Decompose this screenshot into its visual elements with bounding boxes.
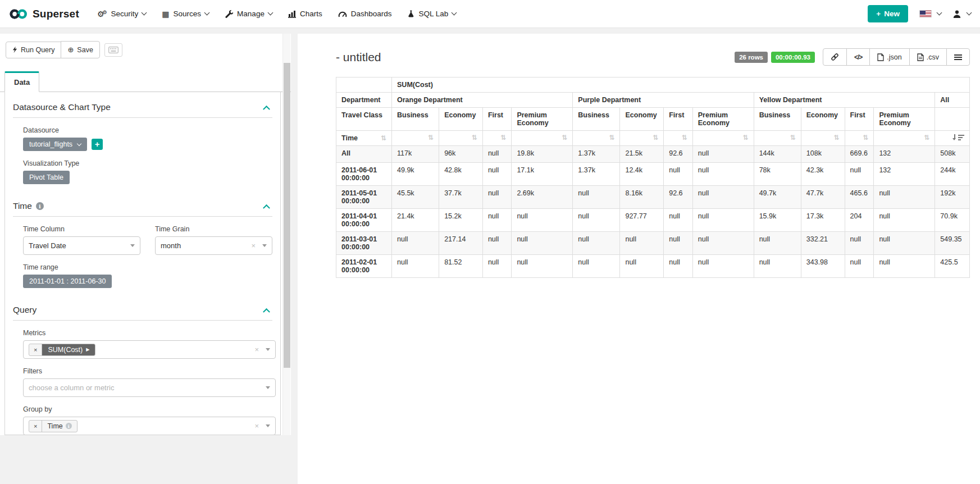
column-sort-cell[interactable]: ⇅ bbox=[439, 131, 483, 146]
pivot-value-cell: null bbox=[845, 232, 874, 255]
language-selector[interactable] bbox=[919, 10, 941, 17]
sort-amount-desc-icon[interactable] bbox=[953, 134, 964, 140]
chevron-up-icon bbox=[263, 204, 270, 211]
sort-icon[interactable]: ⇅ bbox=[924, 134, 929, 141]
pivot-value-cell: 92.6 bbox=[664, 186, 693, 209]
column-sort-cell[interactable]: ⇅ bbox=[573, 131, 620, 146]
pivot-value-cell: null bbox=[664, 209, 693, 232]
plus-circle-icon: ⊕ bbox=[67, 45, 74, 54]
travel-class-cell: Premium Economy bbox=[512, 108, 573, 131]
remove-metric-button[interactable]: × bbox=[29, 344, 42, 355]
column-sort-cell[interactable]: ⇅ bbox=[392, 131, 439, 146]
remove-groupby-button[interactable]: × bbox=[29, 421, 42, 432]
chevron-down-icon[interactable] bbox=[130, 244, 135, 247]
all-column-sort-cell[interactable] bbox=[935, 131, 970, 146]
cogs-icon: ⚙⚙ bbox=[97, 10, 107, 18]
add-datasource-button[interactable]: + bbox=[92, 139, 103, 150]
pivot-value-cell: null bbox=[874, 209, 935, 232]
clear-icon[interactable]: × bbox=[251, 242, 256, 249]
section-header-time[interactable]: Time i bbox=[13, 201, 272, 217]
chevron-down-icon[interactable] bbox=[266, 424, 270, 427]
pivot-value-cell: 78k bbox=[754, 163, 801, 186]
time-column-select[interactable]: Travel Date bbox=[23, 236, 140, 255]
column-sort-cell[interactable]: ⇅ bbox=[664, 131, 693, 146]
section-header-query[interactable]: Query bbox=[13, 305, 272, 321]
sort-icon[interactable]: ⇅ bbox=[682, 134, 687, 141]
tab-data[interactable]: Data bbox=[4, 71, 39, 92]
sort-icon[interactable]: ⇅ bbox=[381, 135, 386, 141]
sort-icon[interactable]: ⇅ bbox=[500, 134, 506, 141]
link-icon bbox=[831, 53, 839, 61]
left-pane-scrollbar[interactable] bbox=[282, 34, 290, 435]
pivot-value-cell: null bbox=[692, 186, 754, 209]
row-count-badge: 26 rows bbox=[735, 52, 768, 63]
pivot-table: SUM(Cost)DepartmentOrange DepartmentPurp… bbox=[336, 77, 970, 278]
chevron-down-icon[interactable] bbox=[266, 386, 270, 389]
column-sort-cell[interactable]: ⇅ bbox=[482, 131, 512, 146]
time-grain-select[interactable]: month × bbox=[155, 236, 272, 255]
filters-select[interactable]: choose a column or metric bbox=[23, 378, 276, 397]
controls-body: Datasource & Chart Type Datasource tutor… bbox=[4, 92, 281, 435]
time-row-header: 2011-03-01 00:00:00 bbox=[336, 232, 392, 255]
sort-icon[interactable]: ⇅ bbox=[863, 134, 868, 141]
nav-dashboards[interactable]: Dashboards bbox=[330, 0, 400, 28]
viz-type-chip[interactable]: Pivot Table bbox=[23, 171, 70, 184]
nav-charts[interactable]: Charts bbox=[280, 0, 330, 28]
metrics-select[interactable]: × SUM(Cost) ▶ × bbox=[23, 340, 276, 359]
chart-title[interactable]: - untitled bbox=[336, 51, 381, 64]
row-dimension-sort-cell[interactable]: Time⇅ bbox=[336, 131, 392, 146]
column-sort-cell[interactable]: ⇅ bbox=[874, 131, 935, 146]
navbar-right: + New bbox=[868, 5, 971, 22]
sort-icon[interactable]: ⇅ bbox=[790, 134, 796, 141]
chevron-down-icon[interactable] bbox=[266, 348, 270, 351]
time-range-chip[interactable]: 2011-01-01 : 2011-06-30 bbox=[23, 275, 112, 288]
chevron-down-icon[interactable] bbox=[262, 244, 267, 247]
new-button[interactable]: + New bbox=[868, 5, 908, 22]
datasource-chip[interactable]: tutorial_flights bbox=[23, 138, 87, 151]
user-menu[interactable] bbox=[952, 10, 971, 19]
run-query-button[interactable]: Run Query bbox=[6, 42, 61, 58]
column-sort-cell[interactable]: ⇅ bbox=[512, 131, 573, 146]
column-sort-cell[interactable]: ⇅ bbox=[845, 131, 874, 146]
section-datasource-chart-type: Datasource & Chart Type Datasource tutor… bbox=[13, 102, 272, 184]
sort-icon[interactable]: ⇅ bbox=[653, 134, 658, 141]
view-query-button[interactable]: </> bbox=[846, 48, 870, 66]
groupby-select[interactable]: × Time i × bbox=[23, 417, 276, 435]
tab-strip: Data bbox=[0, 71, 291, 92]
sort-icon[interactable]: ⇅ bbox=[428, 134, 434, 141]
pivot-value-cell: null bbox=[512, 209, 573, 232]
metric-chip[interactable]: × SUM(Cost) ▶ bbox=[29, 344, 95, 356]
superset-logo[interactable]: Superset bbox=[9, 8, 79, 20]
pivot-value-cell: null bbox=[692, 209, 754, 232]
column-sort-cell[interactable]: ⇅ bbox=[692, 131, 754, 146]
pivot-value-cell: null bbox=[874, 255, 935, 278]
sort-icon[interactable]: ⇅ bbox=[833, 134, 839, 141]
short-url-button[interactable] bbox=[823, 48, 847, 66]
export-csv-button[interactable]: .csv bbox=[909, 48, 947, 66]
keyboard-shortcuts-button[interactable] bbox=[104, 43, 122, 57]
chevron-down-icon bbox=[452, 10, 457, 16]
user-icon bbox=[952, 10, 961, 19]
save-button[interactable]: ⊕ Save bbox=[61, 41, 99, 58]
clear-icon[interactable]: × bbox=[254, 422, 259, 430]
export-json-button[interactable]: .json bbox=[869, 48, 909, 66]
sort-icon[interactable]: ⇅ bbox=[472, 134, 477, 141]
nav-manage[interactable]: Manage bbox=[217, 0, 280, 28]
column-sort-cell[interactable]: ⇅ bbox=[801, 131, 845, 146]
sort-icon[interactable]: ⇅ bbox=[562, 134, 567, 141]
keyboard-icon bbox=[108, 47, 118, 53]
nav-sql-lab[interactable]: SQL Lab bbox=[399, 0, 464, 28]
sort-icon[interactable]: ⇅ bbox=[609, 134, 614, 141]
groupby-chip[interactable]: × Time i bbox=[29, 420, 78, 432]
column-sort-cell[interactable]: ⇅ bbox=[754, 131, 801, 146]
chart-menu-button[interactable] bbox=[946, 48, 970, 66]
datasource-control: Datasource tutorial_flights + bbox=[23, 126, 272, 151]
code-icon: </> bbox=[854, 53, 862, 61]
scrollbar-thumb[interactable] bbox=[284, 63, 290, 368]
nav-sources[interactable]: ▦ Sources bbox=[154, 0, 217, 28]
clear-icon[interactable]: × bbox=[254, 346, 259, 353]
sort-icon[interactable]: ⇅ bbox=[743, 134, 749, 141]
section-header-datasource[interactable]: Datasource & Chart Type bbox=[13, 102, 272, 118]
column-sort-cell[interactable]: ⇅ bbox=[620, 131, 664, 146]
nav-security[interactable]: ⚙⚙ Security bbox=[89, 0, 154, 28]
